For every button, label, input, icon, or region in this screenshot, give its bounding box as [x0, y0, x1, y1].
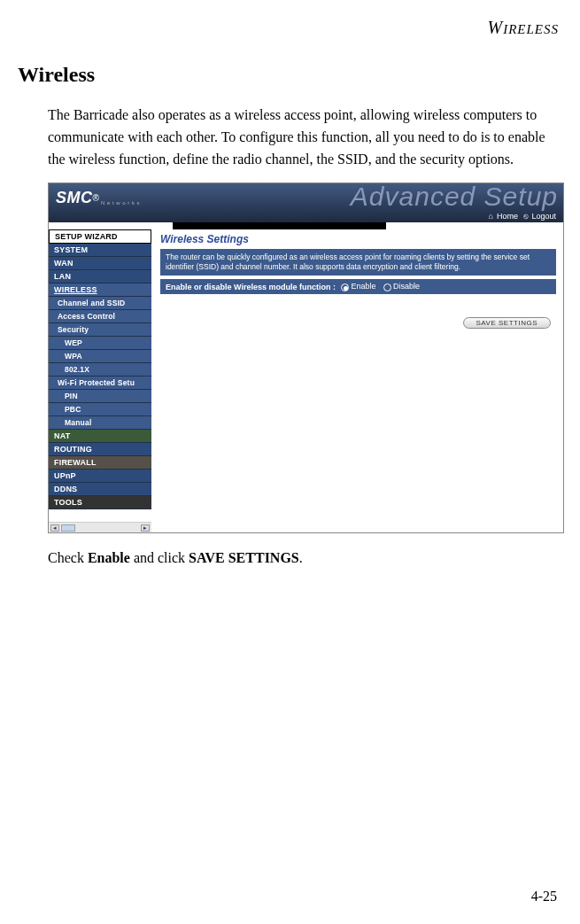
- nav-firewall[interactable]: FIREWALL: [49, 456, 151, 470]
- nav-routing[interactable]: ROUTING: [49, 443, 151, 456]
- radio-disable-icon: [383, 283, 391, 291]
- nav-wep[interactable]: WEP: [49, 337, 151, 350]
- home-icon[interactable]: ⌂: [489, 212, 493, 221]
- nav-pbc[interactable]: PBC: [49, 403, 151, 416]
- nav-security[interactable]: Security: [49, 323, 151, 337]
- page-number: 4-25: [531, 889, 557, 905]
- nav-pin[interactable]: PIN: [49, 390, 151, 403]
- nav-access-control[interactable]: Access Control: [49, 310, 151, 323]
- scroll-left-icon[interactable]: ◂: [50, 524, 59, 532]
- section-title: Wireless: [18, 63, 564, 87]
- nav-system[interactable]: SYSTEM: [49, 244, 151, 257]
- nav-tools[interactable]: TOOLS: [49, 496, 151, 509]
- nav-setup-wizard[interactable]: SETUP WIZARD: [49, 229, 151, 244]
- nav-ddns[interactable]: DDNS: [49, 483, 151, 496]
- logo-area: SMC® N e t w o r k s: [56, 189, 140, 207]
- banner-title: Advanced Setup: [351, 183, 558, 212]
- nav-8021x[interactable]: 802.1X: [49, 363, 151, 377]
- enable-row: Enable or disable Wireless module functi…: [160, 279, 556, 293]
- nav-manual[interactable]: Manual: [49, 416, 151, 430]
- radio-disable[interactable]: Disable: [383, 282, 421, 291]
- nav-wireless[interactable]: WIRELESS: [49, 283, 151, 297]
- router-ui-screenshot: SMC® N e t w o r k s Advanced Setup ⌂Hom…: [48, 182, 564, 533]
- radio-enable[interactable]: Enable: [341, 282, 376, 291]
- logout-link[interactable]: Logout: [531, 212, 556, 221]
- nav-wps[interactable]: Wi-Fi Protected Setu: [49, 377, 151, 390]
- caption: Check Enable and click SAVE SETTINGS.: [48, 547, 564, 569]
- content-title: Wireless Settings: [160, 233, 556, 245]
- home-link[interactable]: Home: [497, 212, 518, 221]
- save-settings-button[interactable]: SAVE SETTINGS: [463, 317, 551, 329]
- nav-nat[interactable]: NAT: [49, 430, 151, 443]
- nav-channel-ssid[interactable]: Channel and SSID: [49, 297, 151, 310]
- decorative-strip: [173, 222, 386, 229]
- content-pane: Wireless Settings The router can be quic…: [151, 229, 563, 532]
- scroll-thumb[interactable]: [61, 524, 75, 532]
- enable-label: Enable or disable Wireless module functi…: [166, 283, 336, 291]
- logo-subtext: N e t w o r k s: [101, 200, 140, 206]
- nav-upnp[interactable]: UPnP: [49, 470, 151, 483]
- screenshot-header: SMC® N e t w o r k s Advanced Setup ⌂Hom…: [49, 183, 563, 222]
- nav-lan[interactable]: LAN: [49, 270, 151, 283]
- radio-enable-icon: [341, 283, 349, 291]
- running-header: WIRELESS: [16, 18, 559, 38]
- nav-wan[interactable]: WAN: [49, 257, 151, 270]
- intro-paragraph: The Barricade also operates as a wireles…: [48, 105, 555, 170]
- sidebar-nav: SETUP WIZARD SYSTEM WAN LAN WIRELESS Cha…: [49, 229, 151, 532]
- nav-wpa[interactable]: WPA: [49, 350, 151, 363]
- scroll-right-icon[interactable]: ▸: [141, 524, 150, 532]
- sidebar-scrollbar[interactable]: ◂ ▸: [49, 522, 151, 532]
- content-description: The router can be quickly configured as …: [160, 249, 556, 276]
- logo-text: SMC: [56, 189, 93, 207]
- top-links: ⌂Home ⎋Logout: [485, 212, 557, 221]
- logout-icon[interactable]: ⎋: [523, 212, 528, 221]
